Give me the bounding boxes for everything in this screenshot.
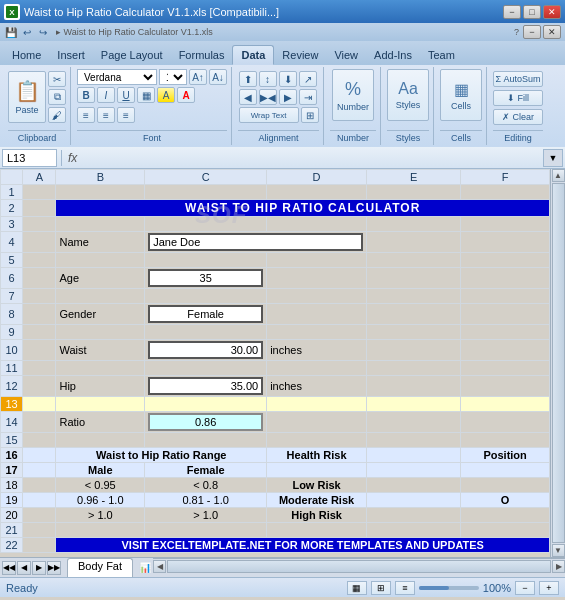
bottom-align-btn[interactable]: ⬇ [279,71,297,87]
cell-a20[interactable] [23,508,56,523]
cell-e8[interactable] [366,304,460,325]
cell-b21[interactable] [56,523,145,538]
tab-addins[interactable]: Add-Ins [366,45,420,65]
cell-f10[interactable] [461,340,550,361]
italic-button[interactable]: I [97,87,115,103]
cell-e20[interactable] [366,508,460,523]
row-header-12[interactable]: 12 [1,376,23,397]
cell-d13[interactable] [267,397,367,412]
cell-f14[interactable] [461,412,550,433]
cell-d5[interactable] [267,253,367,268]
cell-c1[interactable] [145,185,267,200]
merge-btn[interactable]: ⊞ [301,107,319,123]
bold-button[interactable]: B [77,87,95,103]
cell-f6[interactable] [461,268,550,289]
hip-input[interactable]: 35.00 [148,377,263,395]
cell-b11[interactable] [56,361,145,376]
sheet-tab-bodyfat[interactable]: Body Fat [67,558,133,577]
col-header-c[interactable]: C [145,170,267,185]
cell-a14[interactable] [23,412,56,433]
help-btn[interactable]: ? [514,27,519,37]
minimize-button[interactable]: − [503,5,521,19]
tab-insert[interactable]: Insert [49,45,93,65]
tab-formulas[interactable]: Formulas [171,45,233,65]
row-header-17[interactable]: 17 [1,463,23,478]
decrease-font-btn[interactable]: A↓ [209,69,227,85]
cell-f12[interactable] [461,376,550,397]
cell-f21[interactable] [461,523,550,538]
left-align-btn[interactable]: ◀ [239,89,257,105]
paste-button[interactable]: 📋 Paste [8,71,46,123]
scroll-thumb-h[interactable] [167,560,551,573]
cell-b13[interactable] [56,397,145,412]
scroll-down-btn[interactable]: ▼ [552,544,565,557]
tab-team[interactable]: Team [420,45,463,65]
tab-view[interactable]: View [326,45,366,65]
cell-a5[interactable] [23,253,56,268]
row-header-7[interactable]: 7 [1,289,23,304]
cell-d1[interactable] [267,185,367,200]
number-button[interactable]: % Number [332,69,374,121]
gender-input[interactable]: Female [148,305,263,323]
font-color-button[interactable]: A [177,87,195,103]
fill-color-button[interactable]: A [157,87,175,103]
row-header-11[interactable]: 11 [1,361,23,376]
cell-f8[interactable] [461,304,550,325]
cell-a6[interactable] [23,268,56,289]
cell-e21[interactable] [366,523,460,538]
cell-a3[interactable] [23,217,56,232]
row-header-4[interactable]: 4 [1,232,23,253]
cell-b5[interactable] [56,253,145,268]
row-header-6[interactable]: 6 [1,268,23,289]
orientation-btn[interactable]: ↗ [299,71,317,87]
cell-a1[interactable] [23,185,56,200]
row-header-1[interactable]: 1 [1,185,23,200]
zoom-slider[interactable] [419,586,479,590]
cell-d9[interactable] [267,325,367,340]
row-header-3[interactable]: 3 [1,217,23,232]
row-header-15[interactable]: 15 [1,433,23,448]
cell-a9[interactable] [23,325,56,340]
grid-scroll[interactable]: A B C D E F 1 [0,169,550,557]
cell-a12[interactable] [23,376,56,397]
col-header-a[interactable]: A [23,170,56,185]
cell-e4[interactable] [366,232,460,253]
scroll-thumb-v[interactable] [552,183,565,543]
cell-e15[interactable] [366,433,460,448]
row-header-18[interactable]: 18 [1,478,23,493]
row-header-10[interactable]: 10 [1,340,23,361]
cell-a17[interactable] [23,463,56,478]
cell-e10[interactable] [366,340,460,361]
zoom-out-btn[interactable]: − [515,581,535,595]
scroll-left-btn[interactable]: ◀ [153,560,166,573]
wrap-text-btn[interactable]: Wrap Text [239,107,299,123]
cell-f20[interactable] [461,508,550,523]
ribbon-min-btn[interactable]: − [523,25,541,39]
cell-f15[interactable] [461,433,550,448]
sheet-icon[interactable]: 📊 [137,558,153,577]
row-header-20[interactable]: 20 [1,508,23,523]
cell-d11[interactable] [267,361,367,376]
cell-d6[interactable] [267,268,367,289]
cell-d14[interactable] [267,412,367,433]
cell-f3[interactable] [461,217,550,232]
cell-c9[interactable] [145,325,267,340]
align-center-btn[interactable]: ≡ [97,107,115,123]
cell-a19[interactable] [23,493,56,508]
font-name-selector[interactable]: Verdana [77,69,157,85]
horizontal-scrollbar[interactable]: ◀ ▶ [153,558,565,573]
cut-button[interactable]: ✂ [48,71,66,87]
row-header-16[interactable]: 16 [1,448,23,463]
format-painter-button[interactable]: 🖌 [48,107,66,123]
cell-e17[interactable] [366,463,460,478]
border-button[interactable]: ▦ [137,87,155,103]
cell-a2[interactable] [23,200,56,217]
row-header-13[interactable]: 13 [1,397,23,412]
cell-e7[interactable] [366,289,460,304]
autosum-btn[interactable]: Σ AutoSum [493,71,543,87]
cell-e13[interactable] [366,397,460,412]
vertical-scrollbar[interactable]: ▲ ▼ [550,169,565,557]
cell-c21[interactable] [145,523,267,538]
prev-tab-btn[interactable]: ◀ [17,561,31,575]
row-header-21[interactable]: 21 [1,523,23,538]
